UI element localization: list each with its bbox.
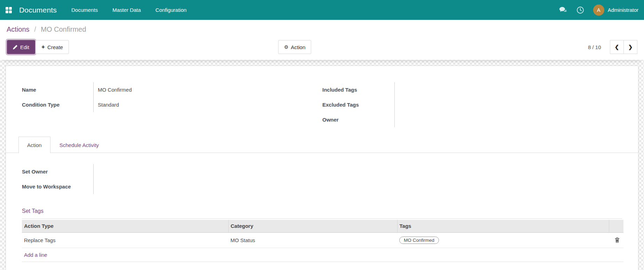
gear-icon: ⚙ bbox=[284, 44, 289, 50]
owner-label: Owner bbox=[322, 112, 395, 127]
field-move-to-workspace: Move to Workspace bbox=[22, 179, 212, 194]
tab-strip: Action Schedule Activity bbox=[6, 137, 638, 153]
column-header-delete bbox=[609, 220, 623, 232]
field-group-left: Name MO Confirmed Condition Type Standar… bbox=[22, 82, 212, 112]
add-a-line-link[interactable]: Add a line bbox=[24, 252, 47, 258]
name-value: MO Confirmed bbox=[94, 82, 212, 97]
pager-previous-button[interactable]: ❮ bbox=[610, 40, 624, 54]
set-owner-label: Set Owner bbox=[22, 164, 94, 179]
delete-row-trash-icon[interactable] bbox=[611, 237, 623, 243]
table-header-row: Action Type Category Tags bbox=[22, 220, 623, 232]
edit-button[interactable]: Edit bbox=[7, 40, 35, 54]
set-tags-section-title: Set Tags bbox=[22, 208, 44, 214]
chevron-right-icon: ❯ bbox=[628, 44, 633, 50]
move-to-workspace-label: Move to Workspace bbox=[22, 179, 94, 194]
menu-master-data[interactable]: Master Data bbox=[112, 0, 141, 20]
field-included-tags: Included Tags bbox=[322, 82, 513, 97]
field-set-owner: Set Owner bbox=[22, 164, 212, 179]
column-header-category: Category bbox=[228, 220, 397, 232]
owner-value bbox=[395, 112, 513, 127]
apps-menu-icon[interactable] bbox=[6, 7, 12, 13]
top-navbar: Documents Documents Master Data Configur… bbox=[0, 0, 644, 20]
control-panel: Actions / MO Confirmed Edit + Create ⚙ A… bbox=[0, 20, 644, 60]
top-menu: Documents Master Data Configuration bbox=[71, 0, 187, 20]
add-line-row: Add a line bbox=[22, 248, 623, 262]
column-header-tags: Tags bbox=[397, 220, 609, 232]
cell-tags[interactable]: MO Confirmed bbox=[397, 232, 609, 248]
create-button-label: Create bbox=[47, 44, 63, 50]
table-row[interactable]: Replace Tags MO Status MO Confirmed bbox=[22, 232, 623, 248]
breadcrumb-actions-link[interactable]: Actions bbox=[7, 25, 30, 33]
excluded-tags-label: Excluded Tags bbox=[322, 97, 395, 112]
avatar: A bbox=[593, 5, 604, 16]
pager-next-button[interactable]: ❯ bbox=[623, 40, 637, 54]
pager-counter: 8 / 10 bbox=[588, 40, 601, 54]
excluded-tags-value bbox=[395, 97, 513, 112]
condition-type-label: Condition Type bbox=[22, 97, 94, 112]
plus-icon: + bbox=[41, 44, 45, 51]
chevron-left-icon: ❮ bbox=[615, 44, 619, 50]
name-label: Name bbox=[22, 82, 94, 97]
field-group-right: Included Tags Excluded Tags Owner bbox=[322, 82, 513, 127]
set-owner-value bbox=[94, 164, 212, 179]
messages-icon[interactable] bbox=[559, 7, 567, 14]
action-button-label: Action bbox=[291, 44, 306, 50]
form-sheet: Name MO Confirmed Condition Type Standar… bbox=[6, 65, 638, 270]
tab-schedule-activity[interactable]: Schedule Activity bbox=[50, 137, 108, 153]
field-excluded-tags: Excluded Tags bbox=[322, 97, 513, 112]
included-tags-value bbox=[395, 82, 513, 97]
tag-pill: MO Confirmed bbox=[399, 237, 439, 244]
field-condition-type: Condition Type Standard bbox=[22, 97, 212, 112]
column-header-action-type: Action Type bbox=[22, 220, 228, 232]
breadcrumb-separator: / bbox=[34, 25, 36, 33]
create-button[interactable]: + Create bbox=[36, 40, 69, 54]
pencil-icon bbox=[13, 45, 17, 49]
field-name: Name MO Confirmed bbox=[22, 82, 212, 97]
cell-category[interactable]: MO Status bbox=[228, 232, 397, 248]
app-title[interactable]: Documents bbox=[19, 6, 57, 14]
set-tags-table: Action Type Category Tags Replace Tags M… bbox=[22, 220, 622, 262]
section-divider bbox=[22, 218, 622, 219]
activities-clock-icon[interactable] bbox=[576, 6, 584, 14]
pager: ❮ ❯ bbox=[610, 40, 637, 54]
menu-configuration[interactable]: Configuration bbox=[156, 0, 187, 20]
user-name: Administrator bbox=[608, 7, 638, 13]
field-group-tab: Set Owner Move to Workspace bbox=[22, 164, 212, 194]
move-to-workspace-value bbox=[94, 179, 212, 194]
action-menu-button[interactable]: ⚙ Action bbox=[278, 40, 311, 54]
included-tags-label: Included Tags bbox=[322, 82, 395, 97]
field-owner: Owner bbox=[322, 112, 513, 127]
edit-button-label: Edit bbox=[20, 44, 29, 50]
condition-type-value: Standard bbox=[94, 97, 212, 112]
tab-action[interactable]: Action bbox=[18, 137, 50, 153]
cell-action-type[interactable]: Replace Tags bbox=[22, 232, 228, 248]
menu-documents[interactable]: Documents bbox=[71, 0, 98, 20]
user-menu[interactable]: A Administrator bbox=[593, 5, 638, 16]
breadcrumb-current: MO Confirmed bbox=[41, 25, 86, 33]
breadcrumb: Actions / MO Confirmed bbox=[7, 25, 86, 33]
